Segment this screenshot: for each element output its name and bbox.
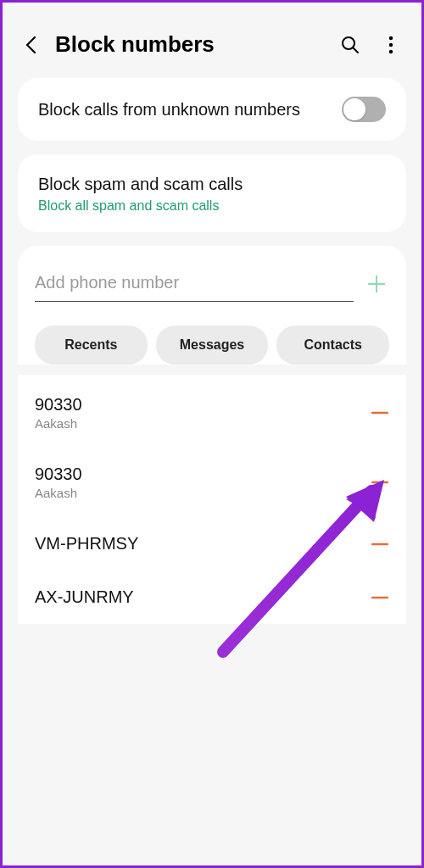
remove-icon[interactable] xyxy=(371,473,389,492)
tab-messages[interactable]: Messages xyxy=(156,326,269,364)
block-unknown-card[interactable]: Block calls from unknown numbers xyxy=(18,78,406,141)
item-contact-name: Aakash xyxy=(35,416,371,431)
item-number: 90330 xyxy=(35,395,371,415)
item-number: 90330 xyxy=(35,465,371,484)
source-tabs: Recents Messages Contacts xyxy=(35,326,389,364)
phone-input[interactable] xyxy=(35,266,354,302)
item-contact-name: Aakash xyxy=(35,486,371,500)
list-item: 90330Aakash xyxy=(35,378,389,448)
item-number: VM-PHRMSY xyxy=(35,534,371,554)
tab-contacts[interactable]: Contacts xyxy=(276,326,389,364)
more-icon[interactable] xyxy=(379,33,403,57)
block-unknown-toggle[interactable] xyxy=(342,97,386,122)
back-icon[interactable] xyxy=(21,36,40,54)
remove-icon[interactable] xyxy=(371,403,389,422)
svg-point-3 xyxy=(389,42,393,46)
remove-icon[interactable] xyxy=(371,588,389,607)
list-item: AX-JUNRMY xyxy=(35,570,389,624)
add-icon[interactable] xyxy=(364,271,389,297)
search-icon[interactable] xyxy=(338,33,362,57)
blocked-list: 90330Aakash90330AakashVM-PHRMSYAX-JUNRMY xyxy=(18,375,406,624)
list-item: 90330Aakash xyxy=(35,448,389,517)
page-title: Block numbers xyxy=(55,31,321,58)
header: Block numbers xyxy=(18,18,406,78)
svg-line-1 xyxy=(354,47,359,53)
list-item: VM-PHRMSY xyxy=(35,517,389,570)
block-spam-label: Block spam and scam calls xyxy=(38,173,386,195)
block-spam-card[interactable]: Block spam and scam calls Block all spam… xyxy=(18,154,406,232)
add-number-section: Recents Messages Contacts xyxy=(18,246,406,364)
block-spam-subtitle: Block all spam and scam calls xyxy=(38,198,386,214)
remove-icon[interactable] xyxy=(371,535,389,554)
block-unknown-label: Block calls from unknown numbers xyxy=(38,98,300,120)
tab-recents[interactable]: Recents xyxy=(35,326,148,364)
svg-point-2 xyxy=(389,36,393,39)
svg-point-4 xyxy=(389,49,393,53)
item-number: AX-JUNRMY xyxy=(35,587,371,607)
